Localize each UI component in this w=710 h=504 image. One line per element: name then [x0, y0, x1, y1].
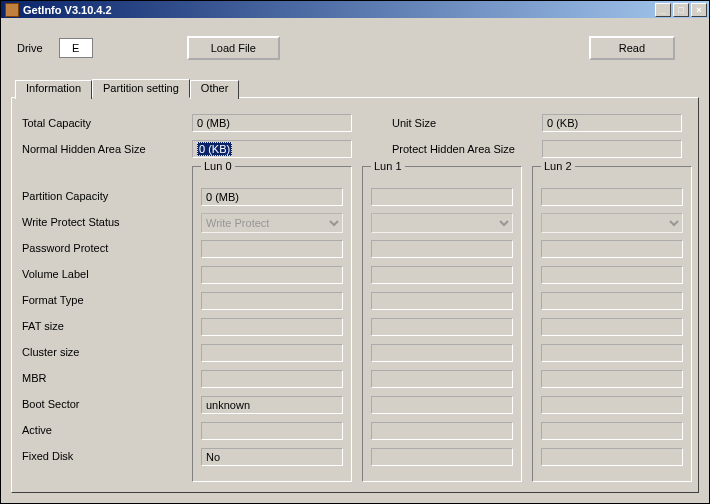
tab-other[interactable]: Other — [190, 80, 240, 99]
lun1-active — [371, 422, 513, 440]
lun2-volume-label — [541, 266, 683, 284]
lun0-fixed-disk: No — [201, 448, 343, 466]
lun1-boot-sector — [371, 396, 513, 414]
lun1-cluster-size — [371, 344, 513, 362]
group-lun1 — [362, 166, 522, 482]
label-partition-capacity: Partition Capacity — [22, 184, 192, 208]
unit-size-label: Unit Size — [392, 117, 542, 129]
lun0-format-type — [201, 292, 343, 310]
lun1-format-type — [371, 292, 513, 310]
top-row: Drive E Load File Read — [17, 36, 699, 60]
lun1-password-protect — [371, 240, 513, 258]
lun0-write-protect[interactable]: Write Protect — [201, 213, 343, 233]
tab-control: Information Partition setting Other Tota… — [11, 78, 699, 493]
tab-partition-setting[interactable]: Partition setting — [92, 79, 190, 98]
lun2-format-type — [541, 292, 683, 310]
label-cluster-size: Cluster size — [22, 340, 192, 364]
minimize-button[interactable]: _ — [655, 3, 671, 17]
lun2-write-protect[interactable] — [541, 213, 683, 233]
unit-size-value: 0 (KB) — [542, 114, 682, 132]
lun2-fixed-disk — [541, 448, 683, 466]
lun2-boot-sector — [541, 396, 683, 414]
row-labels: Partition Capacity Write Protect Status … — [22, 166, 192, 482]
lun2-password-protect — [541, 240, 683, 258]
lun1-partition-capacity — [371, 188, 513, 206]
label-volume-label: Volume Label — [22, 262, 192, 286]
label-fixed-disk: Fixed Disk — [22, 444, 192, 468]
lun0-partition-capacity: 0 (MB) — [201, 188, 343, 206]
lun2-fat-size — [541, 318, 683, 336]
read-button[interactable]: Read — [589, 36, 675, 60]
titlebar: GetInfo V3.10.4.2 _ □ × — [1, 1, 709, 18]
label-password-protect: Password Protect — [22, 236, 192, 260]
app-window: GetInfo V3.10.4.2 _ □ × Drive E Load Fil… — [0, 0, 710, 504]
window-buttons: _ □ × — [655, 3, 707, 17]
normal-hidden-label: Normal Hidden Area Size — [22, 143, 192, 155]
lun0-boot-sector: unknown — [201, 396, 343, 414]
label-boot-sector: Boot Sector — [22, 392, 192, 416]
lun2-mbr — [541, 370, 683, 388]
lun2-cluster-size — [541, 344, 683, 362]
label-write-protect: Write Protect Status — [22, 210, 192, 234]
normal-hidden-value[interactable]: 0 (KB) — [192, 140, 352, 158]
lun-matrix: Partition Capacity Write Protect Status … — [22, 166, 688, 482]
client-area: Drive E Load File Read Information Parti… — [1, 18, 709, 503]
lun1-write-protect[interactable] — [371, 213, 513, 233]
label-active: Active — [22, 418, 192, 442]
lun0-fat-size — [201, 318, 343, 336]
lun0-active — [201, 422, 343, 440]
lun2-partition-capacity — [541, 188, 683, 206]
maximize-button[interactable]: □ — [673, 3, 689, 17]
group-lun0: 0 (MB) Write Protect unknown No — [192, 166, 352, 482]
lun0-password-protect — [201, 240, 343, 258]
lun1-fat-size — [371, 318, 513, 336]
lun0-mbr — [201, 370, 343, 388]
group-lun2 — [532, 166, 692, 482]
drive-input[interactable]: E — [59, 38, 93, 58]
lun0-volume-label — [201, 266, 343, 284]
total-capacity-label: Total Capacity — [22, 117, 192, 129]
load-file-button[interactable]: Load File — [187, 36, 280, 60]
lun0-cluster-size — [201, 344, 343, 362]
total-capacity-value: 0 (MB) — [192, 114, 352, 132]
lun2-active — [541, 422, 683, 440]
label-fat-size: FAT size — [22, 314, 192, 338]
lun1-fixed-disk — [371, 448, 513, 466]
label-mbr: MBR — [22, 366, 192, 390]
lun1-volume-label — [371, 266, 513, 284]
tab-panel-partition: Total Capacity 0 (MB) Unit Size 0 (KB) N… — [11, 97, 699, 493]
tab-information[interactable]: Information — [15, 80, 92, 99]
drive-label: Drive — [17, 42, 43, 54]
close-button[interactable]: × — [691, 3, 707, 17]
tabstrip: Information Partition setting Other — [11, 78, 699, 97]
window-title: GetInfo V3.10.4.2 — [23, 4, 655, 16]
protect-hidden-value — [542, 140, 682, 158]
lun1-mbr — [371, 370, 513, 388]
label-format-type: Format Type — [22, 288, 192, 312]
protect-hidden-label: Protect Hidden Area Size — [392, 143, 542, 155]
app-icon — [5, 3, 19, 17]
